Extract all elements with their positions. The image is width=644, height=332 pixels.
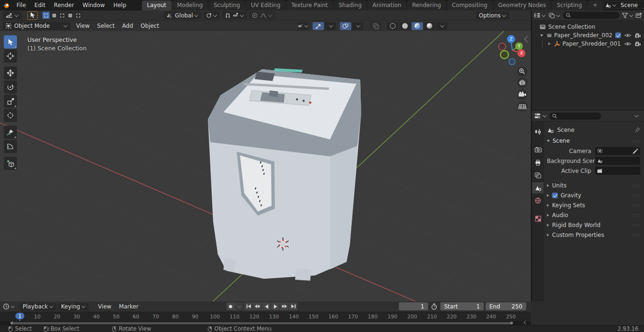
panel-drag-dots[interactable]: :::: <box>632 183 640 188</box>
options-dropdown[interactable]: Options <box>476 11 509 19</box>
tool-measure[interactable] <box>4 140 17 153</box>
select-mode-intersect[interactable] <box>74 12 82 19</box>
tab-render[interactable] <box>532 144 544 155</box>
jump-to-start-button[interactable] <box>244 302 253 310</box>
snap-toggle-button[interactable] <box>222 11 247 19</box>
scene-panel-header[interactable]: Scene :::: <box>547 136 640 146</box>
properties-editor-type-button[interactable] <box>534 113 547 119</box>
mode-dropdown[interactable]: Object Mode <box>3 22 71 30</box>
keying-menu[interactable]: Keying <box>58 303 89 311</box>
expand-triangle[interactable] <box>540 34 543 37</box>
workspace-tab[interactable]: + <box>587 0 603 10</box>
blender-logo-icon[interactable] <box>0 2 12 8</box>
auto-keying-dropdown[interactable] <box>235 302 243 310</box>
start-frame-field[interactable]: Start1 <box>440 302 484 310</box>
panel-drag-dots[interactable]: :::: <box>632 212 640 218</box>
play-button[interactable] <box>271 302 280 310</box>
tool-transform[interactable] <box>4 109 17 122</box>
workspace-tab[interactable]: Sculpting <box>208 0 245 10</box>
camera-view-button[interactable] <box>517 89 528 100</box>
tool-scale[interactable] <box>4 95 17 108</box>
panel-header[interactable]: Keying Sets :::: <box>547 200 640 210</box>
workspace-tab[interactable]: Geometry Nodes <box>493 0 551 10</box>
current-frame-indicator[interactable]: 1 <box>16 313 25 319</box>
scrollbar-handle[interactable] <box>11 322 512 324</box>
select-mode-set[interactable] <box>42 12 50 19</box>
proportional-editing-button[interactable] <box>249 11 275 19</box>
expand-triangle[interactable] <box>548 42 551 45</box>
scrollbar-right-handle[interactable] <box>510 322 513 324</box>
tab-scene[interactable] <box>532 182 544 194</box>
show-overlays-toggle[interactable] <box>340 22 351 30</box>
shading-material-button[interactable] <box>412 22 423 30</box>
collection-checkbox[interactable] <box>615 32 621 38</box>
panel-drag-dots[interactable]: :::: <box>632 202 640 208</box>
collection-name[interactable]: Scene Collection <box>548 24 641 30</box>
workspace-tab[interactable]: Compositing <box>446 0 492 10</box>
viewport-menu-item[interactable]: Object <box>137 22 163 30</box>
viewport-menu-item[interactable]: Select <box>93 22 118 30</box>
pan-button[interactable] <box>517 78 528 88</box>
navigation-gizmo[interactable]: Z Y X <box>499 35 526 65</box>
play-reverse-button[interactable] <box>262 302 271 310</box>
panel-header[interactable]: Units :::: <box>547 180 640 190</box>
workspace-tab[interactable]: Layout <box>142 0 172 10</box>
viewport-menu-item[interactable]: View <box>73 22 93 30</box>
tool-add-cube[interactable] <box>4 157 17 170</box>
playback-menu[interactable]: Playback <box>20 303 57 311</box>
shading-dropdown[interactable] <box>436 22 447 30</box>
paper-shredder-model[interactable] <box>208 68 361 281</box>
scene-selector[interactable]: Scene <box>603 1 644 9</box>
menu-item[interactable]: Render <box>50 0 78 10</box>
panel-drag-dots[interactable]: :::: <box>632 138 640 144</box>
use-preview-range-button[interactable] <box>431 303 438 310</box>
tool-rotate[interactable] <box>4 81 17 94</box>
perspective-toggle-button[interactable] <box>517 101 528 112</box>
outliner-search-input[interactable] <box>563 12 619 19</box>
scrollbar-left-handle[interactable] <box>10 322 13 324</box>
timeline-ruler[interactable]: 1 10203040506070809010011012013014015016… <box>0 312 531 321</box>
disable-render-camera-icon[interactable] <box>635 33 641 38</box>
new-collection-button[interactable] <box>636 12 642 18</box>
select-mode-extend[interactable] <box>50 12 58 19</box>
workspace-tab[interactable]: UV Editing <box>246 0 286 10</box>
scene-name[interactable]: Scene <box>617 2 644 8</box>
shading-wireframe-button[interactable] <box>387 22 398 30</box>
tool-move[interactable] <box>4 66 17 80</box>
timeline-scrollbar[interactable] <box>0 321 531 325</box>
pin-icon[interactable] <box>635 127 640 133</box>
gizmo-dropdown[interactable] <box>325 22 336 30</box>
panel-drag-dots[interactable]: :::: <box>632 222 640 227</box>
timeline-view-menu[interactable]: View <box>94 302 115 311</box>
tab-texture[interactable] <box>532 213 544 224</box>
menu-item[interactable]: Help <box>109 0 130 10</box>
menu-item[interactable]: File <box>12 0 30 10</box>
object-name[interactable]: Paper_Shredder_001 <box>562 40 624 47</box>
tool-select-box[interactable] <box>4 35 17 49</box>
select-mode-subtract[interactable] <box>58 12 66 19</box>
camera-field[interactable] <box>595 147 640 155</box>
tab-output[interactable] <box>532 157 544 168</box>
tab-tool[interactable] <box>532 126 544 138</box>
tab-world[interactable] <box>532 195 544 206</box>
properties-search-input[interactable] <box>549 113 601 120</box>
gizmo-neg-z-axis[interactable] <box>509 59 515 65</box>
current-frame-field[interactable]: 1 <box>399 302 428 310</box>
outliner-filter-button[interactable] <box>622 13 634 18</box>
viewport-menu-item[interactable]: Add <box>118 22 137 30</box>
workspace-tab[interactable]: Rendering <box>407 0 446 10</box>
panel-drag-dots[interactable]: :::: <box>632 193 640 198</box>
next-keyframe-button[interactable] <box>280 302 289 310</box>
gizmo-neg-y-axis[interactable] <box>501 51 509 59</box>
background-scene-field[interactable] <box>595 157 640 165</box>
outliner-row-object[interactable]: Paper_Shredder_001 <box>532 40 644 48</box>
disable-render-camera-icon[interactable] <box>635 41 641 47</box>
properties-options-chevron[interactable] <box>635 113 638 117</box>
outliner-display-mode-button[interactable] <box>549 13 561 18</box>
shading-solid-button[interactable] <box>399 22 411 30</box>
jump-to-end-button[interactable] <box>289 302 297 310</box>
hide-eye-icon[interactable] <box>624 33 631 38</box>
panel-drag-dots[interactable]: :::: <box>632 232 640 237</box>
gizmo-neg-x-axis[interactable] <box>499 43 506 50</box>
show-gizmo-toggle[interactable] <box>313 22 324 30</box>
